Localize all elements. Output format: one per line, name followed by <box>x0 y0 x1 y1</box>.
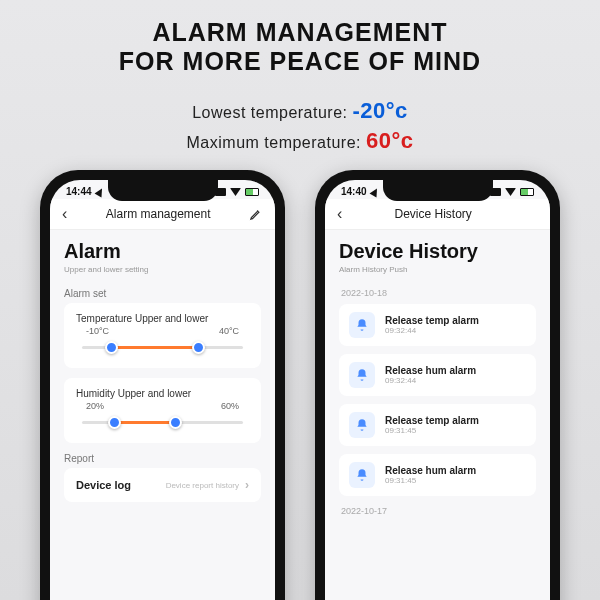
hum-slider-thumb-high[interactable] <box>169 416 182 429</box>
nav-title: Device History <box>394 207 471 221</box>
hum-card-title: Humidity Upper and lower <box>76 388 249 399</box>
history-item-title: Release temp alarm <box>385 415 479 426</box>
phone-notch <box>383 179 493 201</box>
status-time: 14:44 <box>66 186 92 197</box>
chevron-right-icon: › <box>245 478 249 492</box>
section-report: Report <box>64 453 261 464</box>
location-icon <box>94 186 105 197</box>
history-item[interactable]: Release hum alarm09:32:44 <box>339 354 536 396</box>
temp-low-label: -10°C <box>86 326 109 336</box>
low-temp-label: Lowest temperature: <box>192 104 347 121</box>
history-item[interactable]: Release hum alarm09:31:45 <box>339 454 536 496</box>
page-subheading: Upper and lower setting <box>64 265 261 274</box>
device-log-hint: Device report history <box>166 481 239 490</box>
history-item[interactable]: Release temp alarm09:32:44 <box>339 304 536 346</box>
nav-bar: ‹ Device History <box>325 199 550 230</box>
device-log-row[interactable]: Device log Device report history › <box>64 468 261 502</box>
status-time: 14:40 <box>341 186 367 197</box>
specs-block: Lowest temperature: -20°c Maximum temper… <box>0 98 600 154</box>
edit-icon[interactable] <box>249 207 263 221</box>
high-temp-value: 60°c <box>366 128 414 153</box>
hum-high-label: 60% <box>221 401 239 411</box>
page-subheading: Alarm History Push <box>339 265 536 274</box>
hum-low-label: 20% <box>86 401 104 411</box>
battery-icon <box>520 188 534 196</box>
location-icon <box>369 186 380 197</box>
device-log-label: Device log <box>76 479 131 491</box>
back-button[interactable]: ‹ <box>337 205 342 223</box>
temperature-range-card: Temperature Upper and lower -10°C 40°C <box>64 303 261 368</box>
date-label-2: 2022-10-17 <box>341 506 536 516</box>
nav-bar: ‹ Alarm management <box>50 199 275 230</box>
section-alarm-set: Alarm set <box>64 288 261 299</box>
page-heading: Device History <box>339 240 536 263</box>
history-item-time: 09:31:45 <box>385 476 476 485</box>
page-headline: ALARM MANAGEMENT FOR MORE PEACE OF MIND <box>0 0 600 76</box>
history-item-title: Release temp alarm <box>385 315 479 326</box>
history-item-title: Release hum alarm <box>385 365 476 376</box>
low-temp-value: -20°c <box>352 98 407 123</box>
high-temp-label: Maximum temperature: <box>187 134 362 151</box>
history-item[interactable]: Release temp alarm09:31:45 <box>339 404 536 446</box>
phone-left: 14:44 ‹ Alarm management Alarm Upper and <box>40 170 285 600</box>
humidity-range-card: Humidity Upper and lower 20% 60% <box>64 378 261 443</box>
headline-line1: ALARM MANAGEMENT <box>0 18 600 47</box>
date-label-1: 2022-10-18 <box>341 288 536 298</box>
nav-title: Alarm management <box>106 207 211 221</box>
bell-icon <box>349 312 375 338</box>
temp-slider-thumb-high[interactable] <box>192 341 205 354</box>
bell-icon <box>349 362 375 388</box>
temp-high-label: 40°C <box>219 326 239 336</box>
temperature-slider[interactable] <box>82 338 243 358</box>
wifi-icon <box>505 188 516 196</box>
history-item-title: Release hum alarm <box>385 465 476 476</box>
wifi-icon <box>230 188 241 196</box>
phone-notch <box>108 179 218 201</box>
history-item-time: 09:31:45 <box>385 426 479 435</box>
bell-icon <box>349 412 375 438</box>
hum-slider-thumb-low[interactable] <box>108 416 121 429</box>
history-item-time: 09:32:44 <box>385 326 479 335</box>
temp-slider-thumb-low[interactable] <box>105 341 118 354</box>
back-button[interactable]: ‹ <box>62 205 67 223</box>
humidity-slider[interactable] <box>82 413 243 433</box>
page-heading: Alarm <box>64 240 261 263</box>
temp-card-title: Temperature Upper and lower <box>76 313 249 324</box>
headline-line2: FOR MORE PEACE OF MIND <box>0 47 600 76</box>
battery-icon <box>245 188 259 196</box>
phone-right: 14:40 ‹ Device History Device History Al… <box>315 170 560 600</box>
history-item-time: 09:32:44 <box>385 376 476 385</box>
bell-icon <box>349 462 375 488</box>
